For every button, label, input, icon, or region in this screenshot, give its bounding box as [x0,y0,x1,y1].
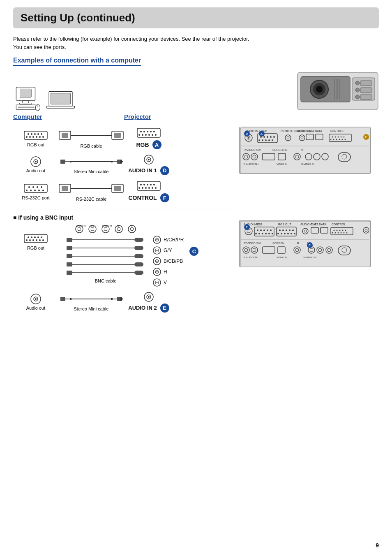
svg-point-259 [286,229,287,231]
svg-point-103 [41,236,42,238]
audio-in1-label: AUDIO IN 1 [128,167,157,174]
svg-point-77 [30,190,32,191]
conn-row-rgb: RGB out RGB cable [13,127,235,149]
rgb-out-label: RGB out [27,142,44,147]
svg-point-181 [267,136,268,138]
svg-point-245 [260,229,262,231]
svg-point-264 [284,233,286,234]
svg-point-267 [294,233,295,234]
svg-point-253 [268,233,270,234]
svg-point-48 [147,131,148,132]
svg-text:RGB: RGB [256,223,263,226]
svg-point-74 [37,186,38,188]
bnc-port-v: V [153,278,184,287]
svg-point-279 [342,230,344,231]
bnc-rgb-out-label: RGB out [27,246,44,250]
audio-in2-label: AUDIO IN 2 [128,305,157,311]
rs232c-port-label: RS-232C port [22,195,49,200]
svg-point-55 [152,134,153,136]
svg-point-180 [263,136,265,138]
svg-point-31 [34,133,36,135]
svg-rect-136 [134,262,143,266]
computer-label-col: Computer [13,113,124,123]
bnc-5connectors-top-icon: R/CR/PR G/Y B/CB/PB H [73,224,138,234]
svg-rect-98 [24,234,47,243]
svg-rect-10 [51,93,71,104]
rgb-out-device: RGB out [13,129,58,147]
svg-point-206 [338,137,339,138]
svg-point-29 [28,133,29,135]
badge-F: F [160,193,169,202]
svg-point-102 [37,236,39,238]
svg-text:F: F [365,136,367,139]
svg-point-154 [157,282,158,283]
svg-point-266 [291,233,292,234]
bnc-cables-icon [67,236,145,278]
svg-rect-11 [47,106,75,108]
svg-rect-45 [137,128,160,137]
svg-text:R AUDIO IN L: R AUDIO IN L [244,256,259,259]
svg-rect-3 [20,103,32,104]
svg-point-117 [104,227,107,231]
svg-rect-28 [24,131,47,139]
svg-rect-60 [60,160,65,164]
rs232c-cable-label: RS-232C cable [76,197,107,202]
svg-point-123 [130,227,134,231]
svg-point-251 [262,233,263,234]
svg-point-145 [157,250,158,251]
svg-text:V: V [301,148,303,151]
bnc-g-label: G/Y [164,248,172,253]
conn-row-rs232: RS-232C port RS-232C cable [13,180,235,202]
svg-point-91 [153,184,155,185]
bnc-port-b-icon [153,257,161,265]
bnc-port-g-icon [153,246,161,255]
svg-point-95 [148,187,150,189]
svg-point-246 [263,229,265,231]
svg-point-285 [344,232,345,234]
bnc-h-label: H [164,269,167,275]
svg-point-106 [32,239,34,241]
svg-rect-85 [114,186,121,191]
svg-point-93 [142,187,143,189]
desktop-computer-icon [13,86,42,111]
svg-point-142 [157,239,158,241]
svg-rect-131 [67,254,72,258]
svg-point-257 [279,229,281,231]
svg-point-24 [355,88,360,92]
svg-point-32 [37,133,39,135]
svg-rect-137 [67,271,72,275]
svg-point-182 [270,136,272,138]
svg-rect-41 [62,133,68,138]
svg-point-186 [265,139,267,141]
svg-point-75 [41,186,42,188]
bnc-stereo-cable-icon [60,293,123,305]
svg-point-210 [333,139,334,140]
bnc-main-row: RGB out R/CR/PR G/Y [13,224,235,287]
svg-point-114 [91,227,94,231]
svg-text:D: D [246,132,248,135]
bnc-audio-out-device: Audio out [13,293,58,310]
section-divider [13,209,235,209]
bnc-section: ■ If using a BNC input [13,214,235,313]
svg-point-80 [42,190,44,191]
svg-point-214 [345,139,346,140]
svg-point-282 [335,232,336,234]
svg-rect-134 [67,262,72,266]
svg-point-30 [31,133,32,135]
svg-point-34 [26,136,28,138]
bnc-port-r-icon [153,236,161,244]
svg-point-56 [155,134,157,136]
svg-text:H: H [117,225,119,227]
audio-in1-port: AUDIO IN 1 D [124,154,173,175]
svg-point-97 [155,187,157,189]
bnc-port-v-icon [153,278,161,287]
svg-rect-128 [67,246,72,250]
rgb-port-icon [137,127,161,139]
svg-point-213 [342,139,343,140]
svg-text:CONTROL: CONTROL [332,223,346,226]
bnc-r-label: R/CR/PR [164,237,184,243]
svg-text:R: R [297,242,299,245]
svg-point-38 [39,136,41,138]
svg-text:R/CR/PR: R/CR/PR [76,225,86,227]
svg-rect-62 [70,161,71,162]
